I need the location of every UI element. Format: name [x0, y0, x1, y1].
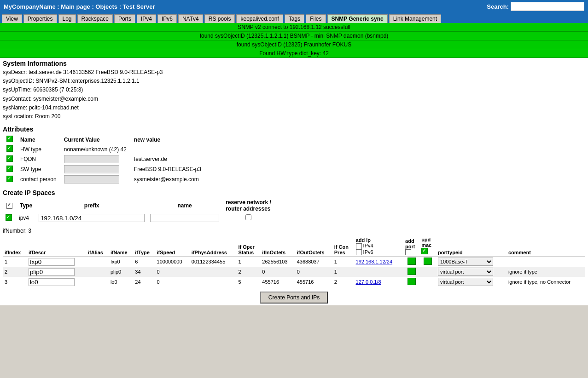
- attributes-table: Name Current Value new value HW typenona…: [3, 135, 205, 184]
- if-col-type: ifType: [133, 236, 155, 257]
- if-in-octets: 262556103: [260, 257, 295, 267]
- if-speed: 100000000: [155, 257, 190, 267]
- tab-files[interactable]: Files: [306, 14, 326, 23]
- tab-ports[interactable]: Ports: [114, 14, 135, 23]
- main-content: System Informations sysDescr: test.serve…: [0, 58, 588, 305]
- tab-link-management[interactable]: Link Management: [389, 14, 441, 23]
- sys-descr: sysDescr: test.server.de 3146133562 Free…: [3, 68, 585, 77]
- attr-current-input[interactable]: [64, 175, 119, 183]
- sys-contact: sysContact: sysmeister@example.com: [3, 95, 585, 103]
- if-name: fxp0: [109, 257, 133, 267]
- if-porttype: virtual port: [436, 267, 506, 277]
- titlebar: MyCompanyName : Main page : Objects : Te…: [0, 0, 588, 13]
- search-input[interactable]: [511, 2, 584, 11]
- tab-view[interactable]: View: [2, 14, 22, 23]
- attr-all-checkbox[interactable]: [6, 136, 13, 142]
- if-descr-input[interactable]: [29, 278, 75, 286]
- if-type: 24: [133, 277, 155, 287]
- tab-snmp-generic-sync[interactable]: SNMP Generic sync: [327, 14, 388, 23]
- ip-reserve-checkbox[interactable]: [245, 214, 251, 220]
- ip-spaces-table: Type prefix name reserve network /router…: [3, 198, 275, 223]
- if-upd-mac: [419, 257, 436, 267]
- addport-checkbox[interactable]: [405, 249, 411, 255]
- if-out-octets: 455716: [295, 277, 332, 287]
- if-add-ip: 192.168.1.12/24: [354, 257, 404, 267]
- if-add-ip: 127.0.0.1/8: [354, 277, 404, 287]
- add-port-button[interactable]: [408, 258, 416, 265]
- if-con-pres: 2: [332, 277, 354, 287]
- if-in-octets: 455716: [260, 277, 295, 287]
- if-index: 3: [3, 277, 27, 287]
- if-add-port: [403, 277, 419, 287]
- tab-ipv6[interactable]: IPv6: [157, 14, 177, 23]
- ip-type: ipv4: [16, 213, 36, 223]
- if-col-updmac: updmac: [419, 236, 436, 257]
- if-col-out: ifOutOctets: [295, 236, 332, 257]
- if-out-octets: 0: [295, 267, 332, 277]
- ip-link[interactable]: 127.0.0.1/8: [356, 279, 381, 285]
- porttype-select[interactable]: virtual port: [438, 268, 493, 276]
- attributes-section: Attributes Name Current Value new value …: [3, 126, 585, 184]
- upd-mac-button[interactable]: [424, 258, 432, 265]
- if-out-octets: 43688037: [295, 257, 332, 267]
- attr-name: contact person: [17, 174, 60, 184]
- ip-col-check: [3, 198, 16, 213]
- system-info-title: System Informations: [3, 60, 585, 67]
- attr-current-value: noname/unknown (42) 42: [60, 144, 130, 154]
- addip-ipv4-checkbox[interactable]: [356, 243, 362, 249]
- if-descr-input[interactable]: [29, 258, 75, 266]
- attr-current-input[interactable]: [64, 165, 119, 173]
- attr-row-checkbox[interactable]: [6, 145, 13, 152]
- tab-keepalived.conf[interactable]: keepalived.conf: [236, 14, 283, 23]
- attr-col-current: Current Value: [60, 135, 130, 144]
- system-info: System Informations sysDescr: test.serve…: [3, 60, 585, 121]
- if-col-descr: ifDescr: [27, 236, 86, 257]
- ip-link[interactable]: 192.168.1.12/24: [356, 259, 393, 264]
- attr-new-value: test.server.de: [130, 154, 205, 164]
- create-ports-button[interactable]: Create Ports and IPs: [260, 292, 328, 304]
- if-speed: 0: [155, 277, 190, 287]
- if-comment: [506, 257, 585, 267]
- if-con-pres: 1: [332, 257, 354, 267]
- message-bar: found sysObjectID (12325) Fraunhofer FOK…: [0, 40, 588, 49]
- add-port-button[interactable]: [408, 268, 416, 275]
- messages: SNMP v2 connect to 192.168.1.12 successf…: [0, 23, 588, 58]
- ip-row-checkbox[interactable]: [6, 214, 12, 221]
- addip-ipv4-check: IPv4: [356, 243, 373, 248]
- table-row: SW typeFreeBSD 9.0-RELEASE-p3: [3, 164, 205, 174]
- sys-location: sysLocation: Room 200: [3, 112, 585, 121]
- table-row: FQDNtest.server.de: [3, 154, 205, 164]
- tab-properties[interactable]: Properties: [23, 14, 57, 23]
- ip-col-type: Type: [16, 198, 36, 213]
- tab-log[interactable]: Log: [58, 14, 76, 23]
- attr-row-checkbox[interactable]: [6, 176, 13, 182]
- tab-tags[interactable]: Tags: [285, 14, 304, 23]
- ip-name-input[interactable]: [150, 214, 219, 222]
- attr-row-checkbox[interactable]: [6, 155, 13, 162]
- if-add-ip: [354, 267, 404, 277]
- if-descr-input[interactable]: [29, 268, 75, 276]
- porttype-select[interactable]: virtual port: [438, 278, 493, 286]
- if-porttype: 1000Base-T: [436, 257, 506, 267]
- updmac-header-checkbox[interactable]: [421, 248, 428, 254]
- attr-row-checkbox[interactable]: [6, 166, 13, 172]
- attr-current-input[interactable]: [64, 155, 119, 163]
- add-port-button[interactable]: [408, 278, 416, 285]
- table-row: contact personsysmeister@example.com: [3, 174, 205, 184]
- tab-rs-pools[interactable]: RS pools: [204, 14, 235, 23]
- ip-col-reserve: reserve network /router addresses: [222, 198, 275, 213]
- if-col-porttype: porttypeid: [436, 236, 506, 257]
- addip-ipv6-checkbox[interactable]: [356, 249, 362, 255]
- if-index: 1: [3, 257, 27, 267]
- tab-natv4[interactable]: NATv4: [178, 14, 203, 23]
- tabbar: ViewPropertiesLogRackspacePortsIPv4IPv6N…: [0, 13, 588, 23]
- ip-spaces-section: Create IP Spaces Type prefix name reserv…: [3, 189, 585, 223]
- tab-ipv4[interactable]: IPv4: [137, 14, 156, 23]
- if-col-addip: add ip IPv4 IPv6: [354, 236, 404, 257]
- tab-rackspace[interactable]: Rackspace: [77, 14, 113, 23]
- ip-all-checkbox[interactable]: [6, 203, 12, 209]
- interface-section: ifNumber: 3 ifIndex ifDescr ifAlias ifNa…: [3, 228, 585, 287]
- ip-prefix-input[interactable]: [39, 214, 145, 222]
- if-phys: [190, 277, 237, 287]
- porttype-select[interactable]: 1000Base-T: [438, 258, 493, 266]
